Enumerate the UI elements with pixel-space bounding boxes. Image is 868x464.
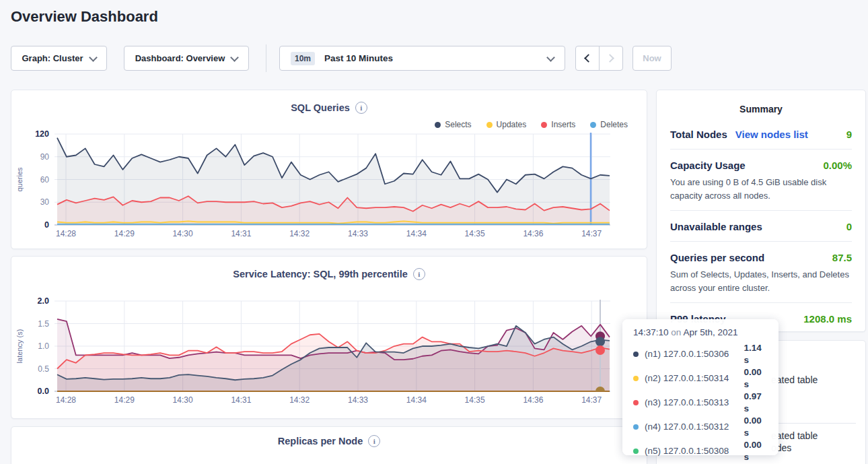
- node-address: (n3) 127.0.0.1:50313: [645, 397, 739, 409]
- y-tick-label: 30: [40, 197, 50, 207]
- node-latency-value: 0.00 s: [744, 366, 768, 391]
- chevron-right-icon: [606, 54, 614, 63]
- x-tick-label: 14:35: [465, 395, 485, 405]
- x-tick-label: 14:33: [348, 229, 368, 238]
- hover-marker-dot: [595, 345, 605, 355]
- hover-marker-dot: [595, 387, 605, 396]
- summary-row-unavailable: Unavailable ranges 0: [670, 211, 852, 241]
- node-latency-value: 0.00 s: [744, 415, 768, 439]
- unavailable-ranges-value: 0: [846, 221, 852, 232]
- node-latency-value: 0.97 s: [744, 391, 768, 415]
- x-tick-label: 14:34: [406, 229, 427, 238]
- info-icon[interactable]: i: [368, 435, 380, 447]
- hover-marker-dot: [595, 337, 605, 346]
- sql-queries-panel: SQL Queries i SelectsUpdatesInsertsDelet…: [11, 90, 647, 249]
- service-latency-panel: Service Latency: SQL, 99th percentile i …: [11, 256, 647, 419]
- node-address: (n2) 127.0.0.1:50314: [645, 372, 739, 385]
- tooltip-timestamp: 14:37:10 on Apr 5th, 2021: [633, 327, 768, 337]
- x-tick-label: 14:31: [231, 395, 251, 405]
- node-color-dot: [633, 376, 639, 381]
- x-tick-label: 14:34: [406, 395, 427, 405]
- queries-per-second-value: 87.5: [832, 252, 852, 263]
- capacity-usage-value: 0.00%: [823, 160, 852, 171]
- view-nodes-list-link[interactable]: View nodes list: [735, 129, 808, 140]
- x-tick-label: 14:32: [289, 229, 310, 238]
- divider: [771, 423, 856, 424]
- unavailable-ranges-label: Unavailable ranges: [670, 221, 762, 232]
- tooltip-time: 14:37:10: [633, 327, 669, 337]
- summary-row-total-nodes: Total Nodes View nodes list 9: [670, 119, 852, 149]
- y-axis-unit-label: latency (s): [15, 329, 24, 364]
- y-tick-label: 1.0: [38, 341, 49, 351]
- y-tick-label: 90: [40, 152, 50, 162]
- capacity-usage-caption: You are using 0 B of 4.5 GiB usable disk…: [670, 176, 852, 210]
- node-latency-value: 1.14 s: [744, 342, 768, 366]
- node-address: (n5) 127.0.0.1:50308: [645, 445, 739, 457]
- chevron-down-icon: [230, 53, 239, 62]
- summary-panel: Summary Total Nodes View nodes list 9 Ca…: [656, 90, 866, 332]
- service-latency-chart[interactable]: 14:2814:2914:3014:3114:3214:3314:3414:35…: [11, 257, 647, 418]
- x-tick-label: 14:30: [173, 395, 193, 405]
- x-tick-label: 14:36: [523, 229, 543, 238]
- node-color-dot: [633, 449, 639, 454]
- y-tick-label: 0.0: [38, 387, 49, 396]
- x-tick-label: 14:35: [465, 229, 485, 238]
- x-tick-label: 14:37: [581, 395, 602, 405]
- y-tick-label: 120: [35, 129, 49, 139]
- chevron-down-icon: [546, 53, 555, 62]
- controls-divider: [266, 44, 266, 72]
- tooltip-row: (n2) 127.0.0.1:503140.00 s: [633, 366, 768, 391]
- chart-hover-tooltip: 14:37:10 on Apr 5th, 2021 (n1) 127.0.0.1…: [622, 319, 779, 455]
- chevron-down-icon: [89, 53, 98, 62]
- tooltip-row: (n4) 127.0.0.1:503120.00 s: [633, 415, 768, 439]
- queries-per-second-caption: Sum of Selects, Updates, Inserts, and De…: [670, 268, 852, 302]
- time-range-dropdown[interactable]: 10m Past 10 Minutes: [279, 46, 565, 71]
- time-prev-button[interactable]: [575, 46, 600, 71]
- node-color-dot: [633, 352, 639, 357]
- tooltip-date: Apr 5th, 2021: [683, 327, 737, 337]
- x-tick-label: 14:31: [231, 229, 251, 238]
- x-tick-label: 14:28: [56, 229, 76, 238]
- x-tick-label: 14:32: [289, 395, 310, 405]
- node-latency-value: 0.00 s: [744, 439, 768, 463]
- graph-dropdown[interactable]: Graph: Cluster: [11, 46, 107, 71]
- tooltip-rows: (n1) 127.0.0.1:503061.14 s(n2) 127.0.0.1…: [633, 342, 768, 464]
- replicas-title: Replicas per Node i: [11, 435, 647, 447]
- x-tick-label: 14:30: [173, 229, 193, 238]
- capacity-usage-label: Capacity Usage: [670, 160, 746, 171]
- time-range-label: Past 10 Minutes: [324, 53, 393, 63]
- y-tick-label: 60: [40, 175, 50, 185]
- x-tick-label: 14:36: [523, 395, 543, 405]
- tooltip-row: (n5) 127.0.0.1:503080.00 s: [633, 439, 768, 463]
- y-tick-label: 0: [44, 220, 49, 230]
- dashboard-dropdown[interactable]: Dashboard: Overview: [124, 46, 249, 71]
- y-tick-label: 0.5: [38, 364, 49, 374]
- node-address: (n1) 127.0.0.1:50306: [645, 348, 739, 360]
- x-tick-label: 14:37: [581, 229, 602, 238]
- total-nodes-label: Total Nodes: [670, 129, 727, 140]
- now-button[interactable]: Now: [632, 46, 672, 71]
- graph-dropdown-label: Graph: Cluster: [22, 53, 83, 63]
- x-tick-label: 14:33: [348, 395, 368, 405]
- tooltip-row: (n1) 127.0.0.1:503061.14 s: [633, 342, 768, 366]
- tooltip-row: (n3) 127.0.0.1:503130.97 s: [633, 391, 768, 415]
- node-address: (n4) 127.0.0.1:50312: [645, 421, 739, 433]
- y-axis-unit-label: queries: [15, 167, 24, 192]
- sql-queries-chart[interactable]: 14:2814:2914:3014:3114:3214:3314:3414:35…: [11, 90, 647, 248]
- summary-title: Summary: [657, 90, 865, 119]
- dashboard-dropdown-label: Dashboard: Overview: [135, 53, 225, 63]
- y-tick-label: 1.5: [38, 319, 49, 329]
- time-range-badge: 10m: [291, 52, 315, 65]
- replicas-title-text: Replicas per Node: [278, 436, 363, 446]
- y-tick-label: 2.0: [38, 296, 49, 306]
- x-tick-label: 14:29: [114, 395, 135, 405]
- now-button-label: Now: [643, 53, 661, 63]
- node-color-dot: [633, 400, 639, 405]
- x-tick-label: 14:28: [56, 395, 76, 405]
- p99-latency-value: 1208.0 ms: [803, 313, 852, 325]
- chevron-left-icon: [584, 54, 593, 63]
- time-next-button[interactable]: [599, 46, 623, 71]
- total-nodes-value: 9: [846, 129, 852, 140]
- replicas-panel: Replicas per Node i: [11, 426, 647, 464]
- queries-per-second-label: Queries per second: [670, 252, 764, 263]
